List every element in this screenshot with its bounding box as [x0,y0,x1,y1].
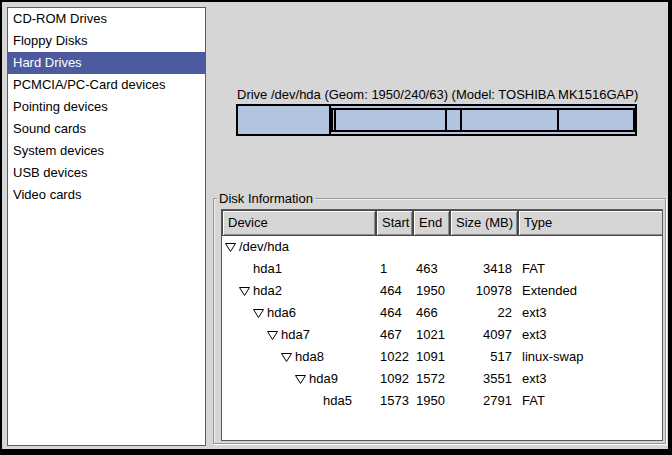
sidebar-item-usb-devices[interactable]: USB devices [8,162,205,184]
cell-end: 463 [413,258,450,280]
sidebar-item-hard-drives[interactable]: Hard Drives [8,52,205,74]
partition-table-header: DeviceStartEndSize (MB)Type [222,210,662,236]
cell-start: 464 [376,302,413,324]
expander-triangle-icon[interactable] [225,242,239,252]
sidebar-item-cd-rom-drives[interactable]: CD-ROM Drives [8,8,205,30]
cell-size: 22 [450,302,518,324]
partition-table-body: /dev/hdahda114633418FAThda2464195010978E… [222,236,662,412]
device-name-label: hda7 [281,324,310,346]
table-row--dev-hda[interactable]: /dev/hda [222,236,662,258]
window-border-right [668,0,672,455]
table-row-hda6[interactable]: hda646446622ext3 [222,302,662,324]
device-name-label: hda2 [253,280,282,302]
cell-size: 3551 [450,368,518,390]
cell-device: hda9 [222,368,376,390]
cell-size: 517 [450,346,518,368]
cell-type: ext3 [518,302,663,324]
table-row-hda8[interactable]: hda810221091517linux-swap [222,346,662,368]
expander-spacer [309,396,323,406]
device-name-label: hda6 [267,302,296,324]
cell-start: 1573 [376,390,413,412]
cell-type: FAT [518,390,663,412]
disk-information-groupbox: Disk Information DeviceStartEndSize (MB)… [213,198,666,444]
column-header-start[interactable]: Start [376,210,413,236]
device-name-label: /dev/hda [239,236,289,258]
disk-information-title: Disk Information [217,191,315,206]
cell-type: linux-swap [518,346,663,368]
cell-size: 10978 [450,280,518,302]
sidebar-item-floppy-disks[interactable]: Floppy Disks [8,30,205,52]
expander-triangle-icon[interactable] [267,330,281,340]
cell-end: 1950 [413,390,450,412]
cell-device: hda8 [222,346,376,368]
cell-device: hda7 [222,324,376,346]
partition-segment-hda1 [238,106,331,134]
table-row-hda1[interactable]: hda114633418FAT [222,258,662,280]
device-name-label: hda5 [323,390,352,412]
sidebar-item-pointing-devices[interactable]: Pointing devices [8,96,205,118]
column-header-end[interactable]: End [413,210,450,236]
expander-triangle-icon[interactable] [253,308,267,318]
cell-device: hda6 [222,302,376,324]
cell-size: 3418 [450,258,518,280]
cell-device: hda5 [222,390,376,412]
cell-type: ext3 [518,324,663,346]
expander-triangle-icon[interactable] [295,374,309,384]
column-header-size-mb-[interactable]: Size (MB) [450,210,518,236]
cell-end: 466 [413,302,450,324]
device-category-list: CD-ROM DrivesFloppy DisksHard DrivesPCMC… [7,7,206,446]
partition-segment-hda2-extended [331,108,635,132]
table-row-hda7[interactable]: hda746710214097ext3 [222,324,662,346]
device-name-label: hda9 [309,368,338,390]
expander-spacer [239,264,253,274]
window-border-top [0,0,672,2]
cell-device: hda1 [222,258,376,280]
partition-layout-bar [236,104,637,136]
cell-start: 464 [376,280,413,302]
cell-end: 1091 [413,346,450,368]
cell-start: 1092 [376,368,413,390]
device-name-label: hda1 [253,258,282,280]
sidebar-item-pcmcia-pc-card-devices[interactable]: PCMCIA/PC-Card devices [8,74,205,96]
expander-triangle-icon[interactable] [281,352,295,362]
drive-summary-label: Drive /dev/hda (Geom: 1950/240/63) (Mode… [237,87,638,102]
cell-size: 2791 [450,390,518,412]
device-name-label: hda8 [295,346,324,368]
partition-segment-hda9 [462,110,558,130]
sidebar-item-video-cards[interactable]: Video cards [8,184,205,206]
window-border-bottom [0,449,672,455]
table-row-hda9[interactable]: hda9109215723551ext3 [222,368,662,390]
cell-type: FAT [518,258,663,280]
partition-segment-hda8 [447,110,463,130]
table-row-hda2[interactable]: hda2464195010978Extended [222,280,662,302]
cell-start: 1 [376,258,413,280]
window-border-left [0,0,2,455]
cell-end: 1021 [413,324,450,346]
sidebar-item-system-devices[interactable]: System devices [8,140,205,162]
hardware-browser-window: { "sidebar": { "items": [ { "label": "CD… [0,0,672,455]
partition-table: DeviceStartEndSize (MB)Type /dev/hdahda1… [221,209,663,441]
table-row-hda5[interactable]: hda5157319502791FAT [222,390,662,412]
cell-start: 467 [376,324,413,346]
cell-start: 1022 [376,346,413,368]
column-header-type[interactable]: Type [518,210,663,236]
cell-type: Extended [518,280,663,302]
cell-device: hda2 [222,280,376,302]
column-header-device[interactable]: Device [222,210,376,236]
partition-segment-hda5 [559,110,633,130]
expander-triangle-icon[interactable] [239,286,253,296]
cell-size: 4097 [450,324,518,346]
cell-type: ext3 [518,368,663,390]
cell-end: 1950 [413,280,450,302]
cell-device: /dev/hda [222,236,376,258]
cell-end: 1572 [413,368,450,390]
sidebar-item-sound-cards[interactable]: Sound cards [8,118,205,140]
partition-segment-hda7 [336,110,447,130]
